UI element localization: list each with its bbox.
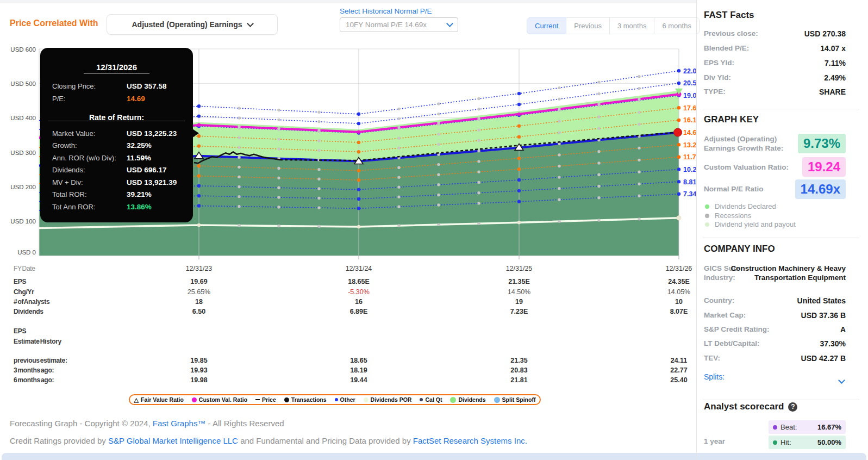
quarter-dot [638,123,640,126]
history-cell: 19.93 [169,366,229,375]
period-button-previous[interactable]: Previous [566,17,610,34]
legend-item-label: Cal Qt [425,396,442,403]
legend-item-dividends[interactable]: Dividends [450,396,485,403]
chevron-down-icon [446,20,453,27]
pe-multiple-label: 14.69x [683,129,696,136]
country-label: Country: [704,296,734,304]
quarter-dot [397,224,400,227]
quarter-dot [477,202,480,204]
chart-tooltip: 12/31/2026 Closing Price: USD 357.58 P/E… [40,48,193,222]
company-info-title: COMPANY INFO [704,244,775,254]
normal-pe-select[interactable]: 10FY Normal P/E 14.69x [340,17,458,32]
quarter-dot [558,120,560,123]
quarter-dot [238,195,240,198]
divider [84,73,149,74]
quarter-dot [437,194,440,196]
quarter-dot [437,183,440,186]
chevron-down-icon[interactable] [839,375,844,385]
factset-link[interactable]: FactSet Research Systems Inc. [413,436,527,445]
legend-item-cal-qt[interactable]: Cal Qt [420,396,442,403]
year-dot [197,184,201,188]
fy-date-value: 12/31/26 [649,264,709,273]
year-dot [517,178,521,182]
period-button-6-months[interactable]: 6 months [654,17,699,34]
divider [703,109,859,109]
quarter-dot [277,119,280,121]
legend-item-price[interactable]: Price [255,396,276,403]
quarter-dot [477,222,480,225]
legend-item-transactions[interactable]: Transactions [284,396,327,403]
quarter-dot [638,195,640,197]
legend-item-dividends-por[interactable]: Dividends POR [364,396,412,403]
quarter-dot [317,110,320,113]
quarter-dot [277,196,280,198]
tooltip-row-label: Tot Ann ROR: [52,203,95,212]
type-label: TYPE: [704,88,726,96]
quarter-dot [477,181,480,184]
tooltip-pe-label: P/E: [52,95,66,103]
quarter-dot [437,143,440,146]
tooltip-row-label: Total ROR: [52,190,87,199]
table-cell: 21.35E [489,277,549,286]
quarter-dot [238,136,240,139]
quarter-dot [638,87,640,90]
tooltip-row-value: 39.21% [127,190,152,199]
fair-value-ratio-icon: △ [134,397,139,403]
fast-facts-title: FAST Facts [704,10,754,21]
key-dividend-yield: Dividend yield and payout [705,220,796,228]
y-axis-label: USD 500 [10,80,36,87]
eps-history-title: Estimate History [14,337,61,346]
quarter-dot [558,198,560,201]
splits-link[interactable]: Splits: [704,372,725,381]
quarter-dot [558,97,560,100]
pe-multiple-label: 20.56x [683,79,696,87]
history-row-label: 3 months ago: [14,366,54,375]
legend-item-split-spinoff[interactable]: Split Spinoff [494,396,536,403]
quarter-dot [558,176,560,178]
quarter-dot [597,115,600,118]
gray-dot-icon [705,214,709,218]
table-cell: 14.50% [489,288,549,296]
fast-graphs-link[interactable]: Fast Graphs™ [153,419,206,428]
quarter-dot [597,185,600,188]
quarter-dot [437,203,440,206]
pe-multiple-label: 8.81 x [683,178,696,186]
quarter-dot [558,220,560,222]
year-dot [517,221,521,224]
copyright-line: Forecasting Graph - Copyright © 2024, Fa… [10,419,284,428]
legend-item-other[interactable]: Other [335,396,355,403]
div-yld-value: 2.49% [824,73,846,82]
quarter-dot [238,176,240,178]
help-icon[interactable]: ? [788,402,797,412]
sp-global-link[interactable]: S&P Global Market Intelligence LLC [108,436,238,445]
table-cell: 16 [329,297,389,306]
table-cell: 18 [169,297,229,306]
period-button-current[interactable]: Current [527,17,566,34]
credit-line: Credit Ratings provided by S&P Global Ma… [10,436,527,445]
split-spinoff-icon [494,397,500,403]
history-cell: 22.77 [649,366,709,375]
credit-rating-label: S&P Credit Rating: [704,325,770,333]
line-end-dot [677,156,680,159]
table-cell: 19 [489,297,549,306]
year-dot [357,169,360,172]
price-correlated-label: Price Correlated With [10,18,98,28]
beat-label: Beat: [780,423,797,431]
table-cell: 8.07E [649,307,709,316]
cal-qt-icon [420,398,423,401]
key-dividends-declared: Dividends Declared [705,202,776,210]
country-value: United States [797,296,846,305]
divider [703,400,859,400]
line-end-dot [677,119,680,122]
earnings-dropdown-value: Adjusted (Operating) Earnings [132,20,242,29]
bottom-panel-edge [2,453,866,460]
legend-item-label: Dividends [458,396,485,403]
legend-item-fair-value-ratio[interactable]: △Fair Value Ratio [134,396,184,403]
year-dot [197,123,201,127]
quarter-dot [317,178,320,181]
legend-item-custom-val-ratio[interactable]: Custom Val. Ratio [192,396,247,403]
dividends-icon [450,397,456,403]
period-button-3-months[interactable]: 3 months [609,17,654,34]
earnings-dropdown[interactable]: Adjusted (Operating) Earnings [107,14,278,35]
pe-multiple-label: 10.28x [683,166,696,173]
